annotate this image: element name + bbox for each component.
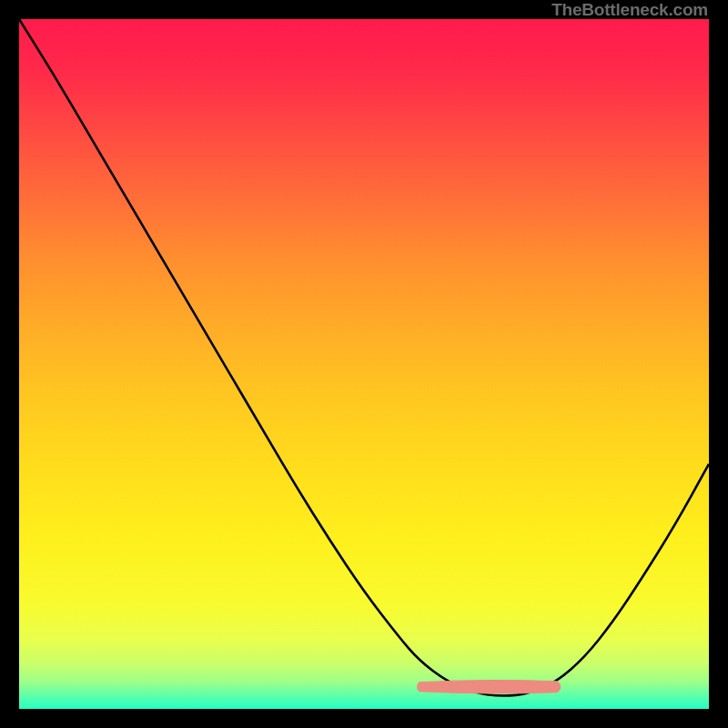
watermark-label: TheBottleneck.com	[551, 0, 708, 20]
plot-area	[19, 19, 709, 709]
gradient-background	[19, 19, 709, 709]
chart-stage: TheBottleneck.com	[0, 0, 728, 728]
